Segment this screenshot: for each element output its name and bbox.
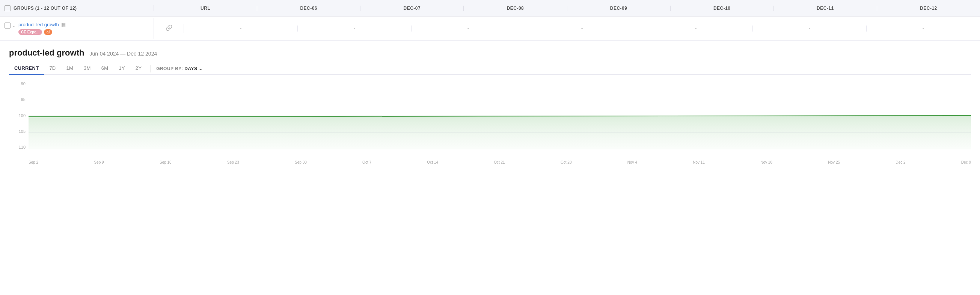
tab-2y[interactable]: 2Y	[130, 63, 147, 75]
row-name-area: product-led growth ▦ CE Expe... ai	[18, 22, 66, 35]
detail-title: product-led growth	[9, 48, 84, 58]
x-label-oct7: Oct 7	[362, 160, 371, 164]
row-url-cell[interactable]	[154, 24, 184, 33]
group-by-selector[interactable]: DAYS ⌄	[185, 66, 202, 71]
row-name-line: product-led growth ▦	[18, 22, 66, 27]
row-cell-dec11: -	[753, 25, 867, 32]
row-cell-dec09: -	[525, 25, 639, 32]
row-badges: CE Expe... ai	[18, 29, 66, 35]
row-name[interactable]: product-led growth	[18, 22, 59, 27]
y-label-105: 105	[9, 130, 25, 133]
row-checkbox-area: ⌄	[5, 22, 15, 29]
select-all-checkbox[interactable]	[5, 5, 11, 11]
tab-3m[interactable]: 3M	[78, 63, 96, 75]
link-icon	[165, 24, 173, 32]
y-label-90: 90	[9, 82, 25, 86]
col-dec09: DEC-09	[567, 6, 671, 11]
chart-area: 90 95 100 105 110	[9, 82, 971, 164]
x-label-nov25: Nov 25	[828, 160, 840, 164]
badge-ai: ai	[44, 29, 52, 35]
y-axis: 90 95 100 105 110	[9, 82, 25, 149]
row-cell-dec12: -	[867, 25, 980, 32]
groups-header-cell: GROUPS (1 - 12 OUT OF 12)	[0, 5, 154, 11]
table-row: ⌄ product-led growth ▦ CE Expe... ai - -…	[0, 16, 980, 41]
x-label-sep30: Sep 30	[295, 160, 307, 164]
row-cell-dec07: -	[298, 25, 412, 32]
tab-6m[interactable]: 6M	[96, 63, 114, 75]
x-axis: Sep 2 Sep 9 Sep 16 Sep 23 Sep 30 Oct 7 O…	[29, 159, 971, 164]
group-by-label: GROUP BY:	[156, 66, 183, 71]
badge-ce: CE Expe...	[18, 29, 42, 35]
table-header: GROUPS (1 - 12 OUT OF 12) URL DEC-06 DEC…	[0, 0, 980, 16]
y-label-110: 110	[9, 145, 25, 149]
row-group-cell: ⌄ product-led growth ▦ CE Expe... ai	[0, 18, 154, 39]
x-label-sep23: Sep 23	[227, 160, 239, 164]
tab-7d[interactable]: 7D	[44, 63, 61, 75]
x-label-sep9: Sep 9	[94, 160, 103, 164]
row-cell-dec06: -	[184, 25, 298, 32]
time-tabs: CURRENT 7D 1M 3M 6M 1Y 2Y GROUP BY: DAYS…	[9, 63, 971, 75]
x-label-nov18: Nov 18	[760, 160, 772, 164]
y-label-95: 95	[9, 98, 25, 102]
chart-svg	[29, 82, 971, 149]
chevron-down-icon: ⌄	[199, 66, 202, 71]
row-cell-dec08: -	[412, 25, 525, 32]
x-label-sep16: Sep 16	[159, 160, 172, 164]
tab-divider	[151, 65, 151, 73]
y-label-100: 100	[9, 114, 25, 118]
x-label-dec2: Dec 2	[896, 160, 905, 164]
groups-header-label: GROUPS (1 - 12 OUT OF 12)	[14, 6, 76, 11]
chart-fill	[29, 116, 971, 149]
x-label-oct14: Oct 14	[427, 160, 438, 164]
row-expand-chevron[interactable]: ⌄	[12, 23, 15, 28]
x-label-dec9: Dec 9	[961, 160, 971, 164]
x-label-oct21: Oct 21	[494, 160, 504, 164]
tab-current[interactable]: CURRENT	[9, 63, 44, 75]
detail-panel: product-led growth Jun-04 2024 — Dec-12 …	[0, 41, 980, 164]
x-label-oct28: Oct 28	[561, 160, 571, 164]
x-label-nov11: Nov 11	[693, 160, 705, 164]
x-label-sep2: Sep 2	[29, 160, 38, 164]
row-checkbox[interactable]	[5, 22, 11, 29]
chart-plot	[29, 82, 971, 149]
url-header-col: URL	[154, 6, 257, 11]
col-dec06: DEC-06	[257, 6, 360, 11]
tab-1y[interactable]: 1Y	[113, 63, 130, 75]
row-cell-dec10: -	[639, 25, 753, 32]
col-dec07: DEC-07	[360, 6, 464, 11]
chat-icon[interactable]: ▦	[61, 22, 66, 27]
col-dec11: DEC-11	[774, 6, 877, 11]
x-label-nov4: Nov 4	[627, 160, 637, 164]
tab-1m[interactable]: 1M	[61, 63, 79, 75]
col-dec08: DEC-08	[464, 6, 567, 11]
detail-title-row: product-led growth Jun-04 2024 — Dec-12 …	[9, 48, 971, 58]
col-dec10: DEC-10	[671, 6, 774, 11]
col-dec12: DEC-12	[877, 6, 980, 11]
detail-date-range: Jun-04 2024 — Dec-12 2024	[89, 51, 157, 57]
group-by-area: GROUP BY: DAYS ⌄	[155, 66, 204, 71]
